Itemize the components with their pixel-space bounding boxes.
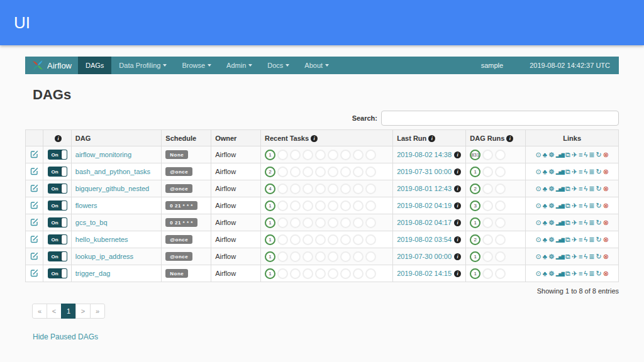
schedule-badge[interactable]: None [165, 150, 188, 159]
dag-run-circle-success[interactable]: 831 [470, 150, 480, 160]
delete-dag-icon[interactable]: ⊗ [603, 185, 609, 193]
graph-view-icon[interactable]: ☸ [548, 168, 555, 176]
dag-link[interactable]: trigger_dag [75, 270, 111, 277]
schedule-badge[interactable]: None [165, 269, 188, 278]
gantt-icon[interactable]: ≡ [579, 219, 582, 226]
task-duration-icon[interactable]: ▂▅▇ [556, 255, 564, 260]
task-tries-icon[interactable]: ⧉ [565, 236, 570, 244]
delete-dag-icon[interactable]: ⊗ [603, 253, 609, 261]
graph-view-icon[interactable]: ☸ [548, 185, 555, 193]
info-icon[interactable]: i [428, 135, 435, 142]
info-icon[interactable]: i [454, 270, 461, 277]
code-view-icon[interactable]: ϟ [584, 253, 587, 260]
dag-run-circle-success[interactable]: 1 [470, 268, 480, 279]
refresh-icon[interactable]: ↻ [596, 219, 601, 227]
task-tries-icon[interactable]: ⧉ [565, 270, 570, 278]
dag-pause-toggle[interactable]: On [48, 167, 67, 177]
last-run-link[interactable]: 2019-08-02 14:38 [397, 151, 452, 158]
last-run-link[interactable]: 2019-08-01 12:43 [397, 185, 452, 192]
info-icon[interactable]: i [311, 135, 318, 142]
trigger-dag-icon[interactable]: ⊙ [535, 219, 541, 227]
recent-task-circle-success[interactable]: 1 [265, 251, 275, 262]
gantt-icon[interactable]: ≡ [579, 253, 582, 260]
tree-view-icon[interactable]: ♣ [543, 168, 547, 175]
last-run-link[interactable]: 2019-07-30 00:00 [397, 253, 452, 260]
recent-task-circle-success[interactable]: 4 [265, 184, 275, 194]
task-tries-icon[interactable]: ⧉ [565, 185, 570, 193]
task-tries-icon[interactable]: ⧉ [565, 253, 570, 261]
recent-task-circle-success[interactable]: 2 [265, 167, 275, 177]
task-duration-icon[interactable]: ▂▅▇ [556, 170, 564, 175]
task-tries-icon[interactable]: ⧉ [565, 168, 570, 176]
logs-icon[interactable]: ≣ [589, 185, 594, 193]
refresh-icon[interactable]: ↻ [596, 202, 601, 210]
tree-view-icon[interactable]: ♣ [543, 185, 547, 192]
trigger-dag-icon[interactable]: ⊙ [535, 168, 541, 176]
dag-pause-toggle[interactable]: On [48, 200, 67, 211]
dag-run-circle-success[interactable]: 1 [470, 167, 480, 177]
logs-icon[interactable]: ≣ [589, 270, 594, 278]
dag-pause-toggle[interactable]: On [48, 150, 67, 160]
code-view-icon[interactable]: ϟ [584, 236, 587, 243]
graph-view-icon[interactable]: ☸ [548, 151, 555, 159]
dag-link[interactable]: bash_and_python_tasks [75, 168, 150, 175]
tree-view-icon[interactable]: ♣ [543, 151, 547, 158]
logs-icon[interactable]: ≣ [589, 219, 594, 227]
info-icon[interactable]: i [454, 151, 461, 158]
dag-pause-toggle[interactable]: On [48, 268, 67, 278]
page-first-button[interactable]: « [32, 304, 47, 319]
tree-view-icon[interactable]: ♣ [543, 219, 547, 226]
dag-link[interactable]: lookup_ip_address [75, 253, 133, 260]
landing-times-icon[interactable]: ✈ [572, 270, 577, 278]
edit-dag-icon[interactable] [30, 218, 38, 226]
nav-item-data-profiling[interactable]: Data Profiling [111, 57, 174, 74]
page-1-button[interactable]: 1 [61, 304, 76, 319]
recent-task-circle-success[interactable]: 1 [265, 268, 275, 279]
graph-view-icon[interactable]: ☸ [548, 219, 555, 227]
edit-dag-icon[interactable] [30, 201, 38, 209]
nav-item-about[interactable]: About [297, 57, 336, 74]
edit-dag-icon[interactable] [30, 235, 38, 243]
info-icon[interactable]: i [454, 185, 461, 192]
search-input[interactable] [381, 111, 619, 126]
task-tries-icon[interactable]: ⧉ [565, 151, 570, 159]
task-duration-icon[interactable]: ▂▅▇ [556, 221, 564, 226]
task-duration-icon[interactable]: ▂▅▇ [556, 238, 564, 243]
schedule-badge[interactable]: 0 21 * * * [165, 218, 197, 227]
gantt-icon[interactable]: ≡ [579, 202, 582, 209]
nav-item-browse[interactable]: Browse [174, 57, 219, 74]
gantt-icon[interactable]: ≡ [579, 168, 582, 175]
refresh-icon[interactable]: ↻ [596, 236, 601, 244]
edit-dag-icon[interactable] [30, 252, 38, 260]
last-run-link[interactable]: 2019-07-31 00:00 [397, 168, 452, 175]
recent-task-circle-success[interactable]: 1 [265, 234, 275, 245]
dag-run-circle-success[interactable]: 2 [470, 234, 480, 245]
dag-link[interactable]: airflow_monitoring [75, 151, 131, 158]
landing-times-icon[interactable]: ✈ [572, 253, 577, 261]
landing-times-icon[interactable]: ✈ [572, 236, 577, 244]
info-icon[interactable]: i [506, 135, 513, 142]
code-view-icon[interactable]: ϟ [584, 168, 587, 175]
schedule-badge[interactable]: @once [165, 184, 192, 193]
dag-pause-toggle[interactable]: On [48, 234, 67, 244]
delete-dag-icon[interactable]: ⊗ [603, 270, 609, 278]
delete-dag-icon[interactable]: ⊗ [603, 202, 609, 210]
refresh-icon[interactable]: ↻ [596, 168, 601, 176]
info-icon[interactable]: i [454, 253, 461, 260]
tree-view-icon[interactable]: ♣ [543, 270, 547, 277]
dag-link[interactable]: gcs_to_bq [75, 219, 108, 226]
edit-dag-icon[interactable] [30, 150, 38, 158]
nav-item-dags[interactable]: DAGs [78, 57, 111, 74]
graph-view-icon[interactable]: ☸ [548, 236, 555, 244]
recent-task-circle-success[interactable]: 1 [265, 217, 275, 228]
info-icon[interactable]: i [454, 202, 461, 209]
delete-dag-icon[interactable]: ⊗ [603, 219, 609, 227]
last-run-link[interactable]: 2019-08-02 14:15 [397, 270, 452, 277]
last-run-link[interactable]: 2019-08-02 04:17 [397, 219, 452, 226]
task-tries-icon[interactable]: ⧉ [565, 219, 570, 227]
header-dag[interactable]: DAG [71, 130, 162, 146]
tree-view-icon[interactable]: ♣ [543, 236, 547, 243]
gantt-icon[interactable]: ≡ [579, 236, 582, 243]
dag-link[interactable]: hello_kubernetes [75, 236, 128, 243]
recent-task-circle-success[interactable]: 1 [265, 150, 275, 160]
